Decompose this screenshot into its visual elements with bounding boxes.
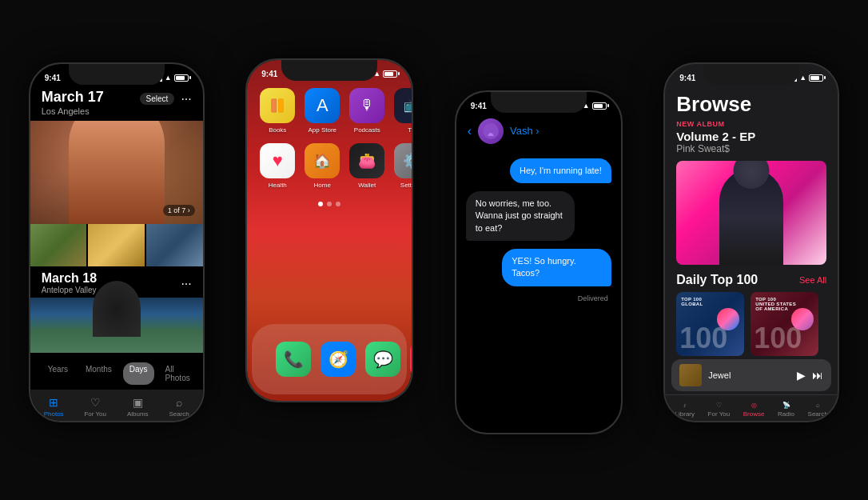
tab-albums[interactable]: ▣ Albums <box>127 396 149 418</box>
dock-music[interactable]: 🎵 <box>410 342 412 377</box>
app-health[interactable]: ♥ Health <box>260 143 295 189</box>
play-button[interactable]: ▶ <box>797 369 806 382</box>
forward-button[interactable]: ⏭ <box>812 369 823 382</box>
photos-more2-button[interactable]: ··· <box>181 277 191 291</box>
app-appstore[interactable]: A App Store <box>305 88 340 134</box>
page-indicator <box>247 195 412 213</box>
photos-location1: Los Angeles <box>42 106 104 116</box>
battery-icon <box>174 74 189 82</box>
music-tab-bar: ♪ Library ♡ For You ◎ Browse 📡 Radio <box>665 394 838 421</box>
library-tab-icon: ♪ <box>683 402 687 409</box>
playback-controls: ▶ ⏭ <box>797 369 823 382</box>
music-tab-library[interactable]: ♪ Library <box>675 402 695 418</box>
see-all-button[interactable]: See All <box>799 275 826 285</box>
tab-photos-label: Photos <box>44 410 64 418</box>
top100-usa-label: TOP 100UNITED STATESOF AMERICA <box>755 297 796 311</box>
books-label: Books <box>269 126 286 134</box>
contact-name[interactable]: Vash › <box>510 125 540 137</box>
top100-global-card[interactable]: TOP 100GLOBAL 100 <box>676 292 744 356</box>
dock-phone[interactable]: 📞 <box>276 342 311 377</box>
phone-music: 9:41 ▲ Bro <box>663 62 839 422</box>
for-you-tab-icon: ♡ <box>90 396 101 409</box>
tab-search[interactable]: ⌕ Search <box>169 396 189 418</box>
dock: 📞 🧭 💬 <box>252 324 407 394</box>
app-books[interactable]: Books <box>260 88 295 134</box>
radio-tab-icon: 📡 <box>782 402 790 409</box>
app-home[interactable]: 🏠 Home <box>305 143 340 189</box>
browse-title: Browse <box>665 86 838 120</box>
phone-photos: 9:41 ▲ <box>29 62 205 422</box>
photos-landscape-image <box>30 298 203 352</box>
top100-global-graphic <box>717 308 739 330</box>
photos-header: March 17 Los Angeles Select ··· <box>30 86 203 121</box>
wallet-icon: 👛 <box>349 143 384 178</box>
music-tab-foryou[interactable]: ♡ For You <box>708 402 731 418</box>
home-wifi-icon: ▲ <box>373 70 380 78</box>
search-tab-icon: ⌕ <box>176 396 182 409</box>
music-tab-radio[interactable]: 📡 Radio <box>778 402 794 418</box>
foryou-tab-icon: ♡ <box>716 402 722 409</box>
messages-status-bar: 9:41 ▲ <box>456 92 621 114</box>
home-screen: 9:41 ▲ <box>247 60 412 401</box>
signal-icon <box>150 74 162 82</box>
tab-for-you[interactable]: ♡ For You <box>84 396 106 418</box>
music-search-tab-icon: ⌕ <box>816 402 820 409</box>
album-art-person <box>719 169 783 265</box>
dock-safari[interactable]: 🧭 <box>321 342 356 377</box>
home-app-label: Home <box>314 182 331 189</box>
photos-select-button[interactable]: Select <box>140 93 175 105</box>
settings-label: Settings <box>400 182 412 189</box>
album-art[interactable] <box>676 161 826 265</box>
grid-thumb-3[interactable] <box>146 224 203 266</box>
grid-thumb-1[interactable] <box>30 224 87 266</box>
music-screen: 9:41 ▲ Bro <box>665 64 838 421</box>
music-status-icons: ▲ <box>785 74 823 82</box>
photos-screen: 9:41 ▲ <box>30 64 203 421</box>
top100-usa-card[interactable]: TOP 100UNITED STATESOF AMERICA 100 <box>751 292 818 356</box>
tab-for-you-label: For You <box>84 410 106 418</box>
health-label: Health <box>269 182 287 189</box>
new-album-label: NEW ALBUM <box>665 120 838 128</box>
music-tab-search[interactable]: ⌕ Search <box>808 402 828 418</box>
dock-messages[interactable]: 💬 <box>365 342 400 377</box>
person-silhouette <box>69 121 165 224</box>
grid-thumb-2[interactable] <box>88 224 145 266</box>
app-tv[interactable]: 📺 TV <box>394 88 412 134</box>
home-time: 9:41 <box>261 70 277 78</box>
messages-time: 9:41 <box>471 102 487 110</box>
svg-point-3 <box>483 123 499 139</box>
music-battery-icon <box>809 74 823 82</box>
filter-days[interactable]: Days <box>123 362 154 385</box>
music-tab-browse[interactable]: ◎ Browse <box>743 402 765 418</box>
photos-more-button[interactable]: ··· <box>181 92 191 106</box>
music-search-tab-label: Search <box>808 410 828 418</box>
home-status-icons: ▲ <box>359 70 397 78</box>
now-playing-bar: Jewel ▶ ⏭ <box>671 359 831 391</box>
home-signal-icon <box>359 70 371 78</box>
health-icon: ♥ <box>260 143 295 178</box>
filter-all-photos[interactable]: All Photos <box>159 362 197 385</box>
tab-photos[interactable]: ⊞ Photos <box>44 396 64 418</box>
app-wallet[interactable]: 👛 Wallet <box>349 143 384 189</box>
status-icons: ▲ <box>150 74 189 82</box>
photos-count-badge: 1 of 7 › <box>163 205 195 216</box>
app-settings[interactable]: ⚙️ Settings <box>394 143 412 189</box>
app-podcasts[interactable]: 🎙 Podcasts <box>349 88 384 134</box>
filter-years[interactable]: Years <box>42 362 74 385</box>
delivered-label: Delivered <box>466 294 611 302</box>
filter-months[interactable]: Months <box>79 362 118 385</box>
messages-dock-icon: 💬 <box>365 342 400 377</box>
browse-tab-label: Browse <box>743 410 765 418</box>
home-battery-icon <box>383 70 397 78</box>
phone-dock-icon: 📞 <box>276 342 311 377</box>
back-button[interactable]: ‹ <box>468 124 472 138</box>
messages-header: ‹ Vash › <box>456 114 621 149</box>
daily-top-section: Daily Top 100 See All <box>665 265 838 292</box>
foryou-tab-label: For You <box>708 410 731 418</box>
photos-tab-icon: ⊞ <box>49 396 58 409</box>
messages-wifi-icon: ▲ <box>583 102 590 110</box>
photos-main-image: 1 of 7 › <box>30 121 203 224</box>
message-3: YES! So hungry. Tacos? <box>502 249 611 286</box>
messages-body: Hey, I'm running late! No worries, me to… <box>456 149 621 433</box>
contact-avatar <box>478 118 504 144</box>
